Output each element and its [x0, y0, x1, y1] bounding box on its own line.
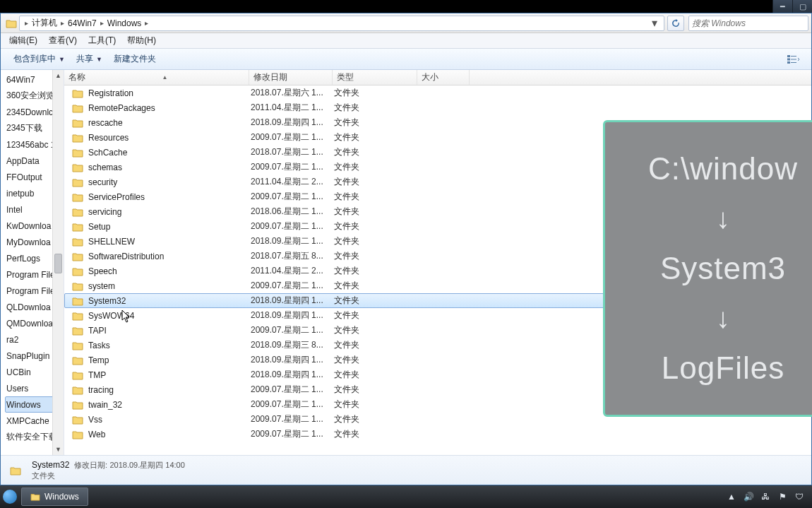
file-type: 文件夹	[334, 398, 419, 410]
nav-scrollbar[interactable]: ▲ ▼	[52, 70, 64, 455]
menu-tools[interactable]: 工具(T)	[83, 33, 121, 48]
scroll-up-icon[interactable]: ▲	[53, 70, 64, 81]
file-name: SoftwareDistribution	[88, 252, 164, 261]
folder-icon	[72, 163, 83, 172]
flag-icon[interactable]: ⚑	[777, 491, 788, 502]
col-size-header[interactable]: 大小	[417, 70, 470, 85]
search-input[interactable]	[692, 18, 805, 28]
breadcrumb-computer[interactable]: 计算机	[30, 17, 59, 29]
file-date: 2011.04.星期二 1...	[251, 102, 334, 114]
folder-icon	[72, 400, 83, 410]
file-date: 2011.04.星期二 2...	[251, 265, 334, 277]
folder-icon	[72, 385, 83, 395]
file-date: 2018.07.星期六 1...	[251, 87, 334, 99]
folder-icon	[72, 192, 83, 202]
file-name: Resources	[88, 133, 129, 143]
chevron-right-icon[interactable]: ▸	[98, 19, 106, 27]
col-name-header[interactable]: 名称▲	[64, 70, 249, 85]
details-date-value: 2018.09.星期四 14:00	[109, 461, 184, 469]
folder-icon	[72, 148, 83, 158]
folder-icon	[72, 222, 83, 232]
folder-icon	[72, 415, 83, 425]
new-folder-button[interactable]: 新建文件夹	[108, 50, 162, 68]
system-tray: ▲ 🔊 🖧 ⚑ 🛡	[726, 491, 809, 502]
file-name: System32	[88, 296, 126, 306]
overlay-annotation: C:\window ↓ System3 ↓ LogFiles	[603, 120, 812, 417]
folder-icon	[72, 118, 83, 128]
file-type: 文件夹	[334, 206, 419, 218]
start-button[interactable]	[3, 490, 17, 504]
file-type: 文件夹	[334, 161, 419, 173]
taskbar-app-windows[interactable]: Windows	[21, 488, 88, 506]
menu-edit[interactable]: 编辑(E)	[4, 33, 43, 48]
file-type: 文件夹	[334, 384, 419, 396]
col-date-header[interactable]: 修改日期	[249, 70, 333, 85]
file-type: 文件夹	[334, 295, 419, 307]
file-row[interactable]: Registration2018.07.星期六 1...文件夹	[64, 85, 811, 100]
file-row[interactable]: Web2009.07.星期二 1...文件夹	[64, 427, 811, 442]
file-name: SysWOW64	[88, 311, 134, 321]
share-button[interactable]: 共享▼	[71, 50, 108, 68]
folder-icon	[8, 463, 23, 478]
file-type: 文件夹	[334, 265, 419, 277]
maximize-button[interactable]: ▢	[792, 0, 812, 13]
file-name: Registration	[88, 88, 133, 98]
arrow-down-icon: ↓	[716, 203, 730, 235]
chevron-right-icon[interactable]: ▸	[23, 19, 30, 27]
view-mode-button[interactable]	[782, 52, 804, 67]
svg-rect-3	[791, 56, 796, 57]
file-type: 文件夹	[334, 102, 419, 114]
folder-icon	[72, 341, 83, 350]
scroll-down-icon[interactable]: ▼	[53, 444, 64, 455]
folder-icon	[72, 103, 83, 113]
file-date: 2009.07.星期二 1...	[251, 428, 334, 440]
file-type: 文件夹	[334, 250, 419, 262]
refresh-button[interactable]	[667, 16, 684, 31]
file-date: 2009.07.星期二 1...	[251, 191, 334, 203]
details-type: 文件夹	[32, 471, 185, 481]
file-name: TAPI	[88, 326, 107, 336]
address-dropdown[interactable]: ▾	[648, 16, 661, 30]
minimize-button[interactable]: ━	[772, 0, 792, 13]
breadcrumb[interactable]: ▸ 计算机 ▸ 64Win7 ▸ Windows ▸ ▾	[19, 16, 664, 31]
tray-up-icon[interactable]: ▲	[726, 491, 737, 502]
include-in-library-button[interactable]: 包含到库中▼	[8, 50, 71, 68]
file-row[interactable]: RemotePackages2011.04.星期二 1...文件夹	[64, 100, 811, 115]
chevron-right-icon[interactable]: ▸	[59, 19, 66, 27]
file-type: 文件夹	[334, 428, 419, 440]
file-date: 2011.04.星期二 2...	[251, 176, 334, 188]
search-box[interactable]	[688, 16, 808, 31]
volume-icon[interactable]: 🔊	[743, 491, 754, 502]
chevron-right-icon[interactable]: ▸	[143, 19, 150, 27]
navigation-pane: 64Win7360安全浏览2345Downlc2345下载123456abc 1…	[1, 70, 64, 455]
file-type: 文件夹	[334, 354, 419, 366]
file-date: 2018.06.星期二 1...	[251, 206, 334, 218]
breadcrumb-drive[interactable]: 64Win7	[66, 18, 98, 28]
file-name: RemotePackages	[88, 103, 155, 113]
shield-icon[interactable]: 🛡	[794, 491, 805, 502]
scrollbar-thumb[interactable]	[54, 254, 62, 273]
details-item-name: System32	[32, 460, 69, 470]
network-icon[interactable]: 🖧	[760, 491, 771, 502]
file-date: 2018.09.星期四 1...	[251, 309, 334, 321]
file-name: Tasks	[88, 341, 110, 350]
file-type: 文件夹	[334, 87, 419, 99]
folder-icon	[72, 133, 83, 143]
folder-icon	[72, 326, 83, 336]
file-type: 文件夹	[334, 369, 419, 381]
breadcrumb-folder[interactable]: Windows	[106, 18, 143, 28]
file-name: security	[88, 177, 117, 187]
folder-icon	[72, 207, 83, 217]
col-type-header[interactable]: 类型	[333, 70, 417, 85]
menu-view[interactable]: 查看(V)	[43, 33, 83, 48]
overlay-line2: System3	[660, 251, 786, 286]
menu-help[interactable]: 帮助(H)	[121, 33, 162, 48]
file-date: 2009.07.星期二 1...	[251, 413, 334, 425]
file-type: 文件夹	[334, 176, 419, 188]
file-type: 文件夹	[334, 309, 419, 321]
address-bar: ▸ 计算机 ▸ 64Win7 ▸ Windows ▸ ▾	[1, 13, 811, 33]
overlay-line1: C:\window	[648, 151, 798, 187]
folder-icon	[72, 370, 83, 380]
file-name: rescache	[88, 118, 123, 128]
folder-icon	[72, 355, 83, 365]
